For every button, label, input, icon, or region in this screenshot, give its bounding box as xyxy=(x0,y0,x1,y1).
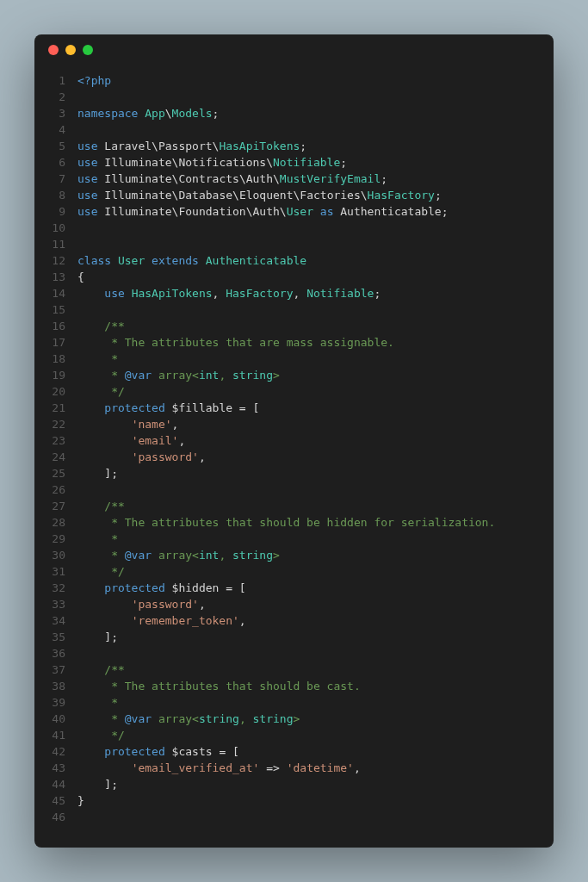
line-number: 24 xyxy=(34,449,65,465)
code-line: use Illuminate\Notifications\Notifiable; xyxy=(77,154,554,171)
line-number: 36 xyxy=(34,645,65,662)
line-number: 3 xyxy=(34,105,65,121)
code-line: */ xyxy=(77,563,554,580)
line-number: 32 xyxy=(34,580,65,596)
code-line: * xyxy=(77,531,554,547)
code-line: * The attributes that are mass assignabl… xyxy=(77,334,554,351)
code-line: protected $casts = [ xyxy=(77,743,554,760)
line-number: 27 xyxy=(34,498,65,514)
line-number: 10 xyxy=(34,220,65,236)
code-line: * @var array<string, string> xyxy=(77,711,554,727)
line-number: 2 xyxy=(34,89,65,105)
line-number: 7 xyxy=(34,171,65,187)
code-line: <?php xyxy=(77,72,554,89)
line-number: 16 xyxy=(34,318,65,334)
code-line: * The attributes that should be cast. xyxy=(77,678,554,694)
line-number: 21 xyxy=(34,400,65,416)
code-line: 'password', xyxy=(77,596,554,612)
code-line: ]; xyxy=(77,629,554,645)
line-number: 18 xyxy=(34,351,65,367)
line-number: 8 xyxy=(34,187,65,203)
line-number: 45 xyxy=(34,792,65,809)
code-line: ]; xyxy=(77,465,554,481)
window-titlebar xyxy=(34,34,554,65)
line-number: 20 xyxy=(34,383,65,400)
line-number: 11 xyxy=(34,236,65,252)
line-number: 33 xyxy=(34,596,65,612)
code-line: protected $fillable = [ xyxy=(77,400,554,416)
code-line: * @var array<int, string> xyxy=(77,547,554,563)
close-icon[interactable] xyxy=(48,45,59,55)
line-number: 31 xyxy=(34,563,65,580)
line-number: 4 xyxy=(34,121,65,138)
code-line xyxy=(77,645,554,662)
code-line: use HasApiTokens, HasFactory, Notifiable… xyxy=(77,285,554,301)
line-number: 40 xyxy=(34,711,65,727)
line-number: 42 xyxy=(34,743,65,760)
code-window: 1234567891011121314151617181920212223242… xyxy=(34,34,554,848)
code-line: 'email_verified_at' => 'datetime', xyxy=(77,760,554,776)
line-number: 17 xyxy=(34,334,65,351)
code-line xyxy=(77,809,554,825)
line-number: 39 xyxy=(34,694,65,711)
code-line: { xyxy=(77,269,554,285)
code-line xyxy=(77,220,554,236)
line-number: 29 xyxy=(34,531,65,547)
code-line: use Illuminate\Contracts\Auth\MustVerify… xyxy=(77,171,554,187)
code-line: */ xyxy=(77,383,554,400)
code-line xyxy=(77,121,554,138)
code-line: use Illuminate\Database\Eloquent\Factori… xyxy=(77,187,554,203)
line-number: 41 xyxy=(34,727,65,743)
code-line xyxy=(77,236,554,252)
code-line: /** xyxy=(77,498,554,514)
line-number: 46 xyxy=(34,809,65,825)
line-number: 26 xyxy=(34,481,65,498)
code-line: /** xyxy=(77,318,554,334)
code-line xyxy=(77,481,554,498)
line-number: 43 xyxy=(34,760,65,776)
code-line: protected $hidden = [ xyxy=(77,580,554,596)
code-line: * @var array<int, string> xyxy=(77,367,554,383)
line-number: 9 xyxy=(34,203,65,220)
line-number-gutter: 1234567891011121314151617181920212223242… xyxy=(34,72,77,825)
line-number: 25 xyxy=(34,465,65,481)
code-line: 'name', xyxy=(77,416,554,432)
code-line: 'email', xyxy=(77,432,554,449)
line-number: 6 xyxy=(34,154,65,171)
line-number: 23 xyxy=(34,432,65,449)
code-line: ]; xyxy=(77,776,554,792)
code-editor: 1234567891011121314151617181920212223242… xyxy=(34,65,554,839)
line-number: 5 xyxy=(34,138,65,154)
minimize-icon[interactable] xyxy=(65,45,76,55)
code-line: class User extends Authenticatable xyxy=(77,252,554,269)
code-line: * xyxy=(77,351,554,367)
line-number: 30 xyxy=(34,547,65,563)
line-number: 37 xyxy=(34,662,65,678)
line-number: 35 xyxy=(34,629,65,645)
code-line: 'remember_token', xyxy=(77,612,554,629)
code-content: <?php namespace App\Models; use Laravel\… xyxy=(77,72,554,825)
code-line: */ xyxy=(77,727,554,743)
code-line xyxy=(77,89,554,105)
code-line: * xyxy=(77,694,554,711)
code-line: 'password', xyxy=(77,449,554,465)
code-line: } xyxy=(77,792,554,809)
code-line: * The attributes that should be hidden f… xyxy=(77,514,554,531)
code-line: use Laravel\Passport\HasApiTokens; xyxy=(77,138,554,154)
zoom-icon[interactable] xyxy=(83,45,93,55)
line-number: 19 xyxy=(34,367,65,383)
line-number: 38 xyxy=(34,678,65,694)
line-number: 28 xyxy=(34,514,65,531)
line-number: 12 xyxy=(34,252,65,269)
code-line: use Illuminate\Foundation\Auth\User as A… xyxy=(77,203,554,220)
line-number: 22 xyxy=(34,416,65,432)
line-number: 34 xyxy=(34,612,65,629)
line-number: 13 xyxy=(34,269,65,285)
code-line: namespace App\Models; xyxy=(77,105,554,121)
line-number: 1 xyxy=(34,72,65,89)
code-line xyxy=(77,301,554,318)
code-line: /** xyxy=(77,662,554,678)
line-number: 44 xyxy=(34,776,65,792)
line-number: 15 xyxy=(34,301,65,318)
line-number: 14 xyxy=(34,285,65,301)
